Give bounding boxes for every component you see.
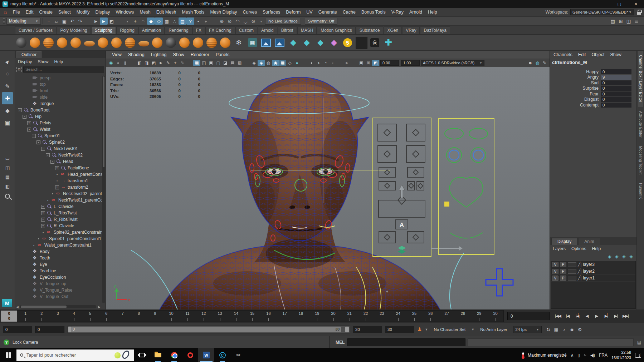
layer-editor-tab[interactable]: Anim: [578, 238, 600, 245]
shelf-tab[interactable]: Sculpting: [91, 26, 116, 34]
viewport-toolbar-icon[interactable]: ◖: [308, 60, 315, 66]
frame-tick[interactable]: 16: [260, 311, 277, 322]
shelf-tab[interactable]: Motion Graphics: [317, 26, 355, 34]
playback-button[interactable]: ▶|: [611, 312, 621, 321]
viewport-toolbar-icon[interactable]: [336, 60, 343, 66]
menu-item[interactable]: Mesh Tools: [179, 10, 207, 15]
layer-row[interactable]: V P ╱| layer1: [551, 275, 635, 282]
viewport-toolbar-icon[interactable]: [186, 60, 193, 66]
toolbar-icon[interactable]: ◡: [241, 18, 249, 25]
menu-item[interactable]: Modify: [74, 10, 93, 15]
viewport-toolbar-icon[interactable]: ►: [343, 60, 351, 66]
viewport-toolbar-icon[interactable]: ●: [293, 60, 301, 66]
playback-option-icon[interactable]: ⚙: [576, 326, 584, 333]
shelf-tool-icon[interactable]: [29, 36, 41, 49]
outliner-search-input[interactable]: [23, 66, 104, 73]
toolbar-icon[interactable]: ◩: [108, 18, 116, 25]
viewport-toolbar-icon[interactable]: +: [172, 60, 179, 66]
frame-tick[interactable]: 12: [196, 311, 212, 322]
toolbar-icon[interactable]: ⊙: [226, 18, 234, 25]
shelf-tool-icon[interactable]: [15, 36, 28, 49]
expand-toggle-icon[interactable]: -: [18, 108, 22, 112]
channel-attribute-row[interactable]: Sad 0: [550, 80, 636, 86]
shelf-tool-icon[interactable]: [273, 36, 286, 49]
menu-item[interactable]: Create: [36, 10, 55, 15]
outliner-item[interactable]: side: [15, 94, 102, 100]
toolbar-icon[interactable]: ⊘: [249, 18, 257, 25]
lock-icon[interactable]: [637, 10, 641, 15]
scroll-left-icon[interactable]: ◀: [16, 305, 19, 309]
menu-item[interactable]: V-Ray: [389, 10, 406, 15]
toolbar-icon[interactable]: ►: [92, 18, 100, 25]
home-icon[interactable]: ⌂: [4, 9, 7, 15]
attribute-value-field[interactable]: 0: [601, 97, 631, 102]
toolbar-icon[interactable]: +: [131, 18, 139, 25]
expand-toggle-icon[interactable]: +: [41, 224, 45, 228]
shelf-tool-icon[interactable]: [205, 36, 218, 49]
outliner-item[interactable]: + L_RibsTwist: [15, 210, 102, 216]
viewport-toolbar-icon[interactable]: [351, 60, 358, 66]
viewport-toolbar-icon[interactable]: ▣: [358, 60, 365, 66]
frame-tick[interactable]: 8: [131, 311, 147, 322]
viewport-toolbar-icon[interactable]: ▣: [208, 60, 215, 66]
endnote-button[interactable]: C: [214, 348, 230, 362]
channel-attribute-row[interactable]: Fear 0: [550, 91, 636, 97]
viewport-menu-item[interactable]: View: [109, 52, 125, 57]
toolbar-icon[interactable]: [116, 18, 123, 25]
range-slider[interactable]: 0 30: [67, 326, 350, 333]
frame-tick[interactable]: 28: [455, 311, 471, 322]
layer-color-swatch[interactable]: [568, 262, 576, 267]
exposure-field[interactable]: 0.00: [380, 60, 399, 66]
viewport-toolbar-icon[interactable]: ◉: [107, 60, 114, 66]
shelf-tool-icon[interactable]: ▦: [246, 36, 259, 49]
layer-name[interactable]: layer2: [583, 269, 595, 274]
colorspace-dropdown[interactable]: ACES 1.0 SDR-video (sRGB)▼: [421, 60, 484, 66]
shelf-tab[interactable]: XGen: [384, 26, 402, 34]
outliner-item[interactable]: - Waist: [15, 126, 102, 133]
menu-item[interactable]: Mesh Display: [207, 10, 240, 15]
toolbar-icon[interactable]: ▫: [45, 18, 53, 25]
task-view-button[interactable]: [134, 348, 150, 362]
character-set-dropdown[interactable]: No Character Set: [431, 326, 468, 333]
minimize-button[interactable]: ─: [595, 0, 611, 8]
layer-color-swatch[interactable]: [568, 276, 576, 281]
tray-expand-icon[interactable]: ∧: [571, 353, 574, 358]
menu-item[interactable]: Select: [55, 10, 74, 15]
tool-icon[interactable]: ◆: [0, 104, 15, 116]
toolbar-icon[interactable]: ◠: [234, 18, 241, 25]
expand-toggle-icon[interactable]: -: [41, 147, 45, 151]
gamma-field[interactable]: 1.00: [401, 60, 420, 66]
viewport-toolbar-icon[interactable]: ◉: [272, 60, 279, 66]
mel-label[interactable]: MEL: [336, 340, 345, 345]
viewport-toolbar-icon[interactable]: ✎: [165, 60, 172, 66]
shelf-tool-icon[interactable]: [355, 36, 367, 49]
viewport-toolbar-icon[interactable]: ◇: [286, 60, 293, 66]
frame-tick[interactable]: 10: [163, 311, 179, 322]
frame-tick[interactable]: 5: [82, 311, 98, 322]
frame-tick[interactable]: 2: [34, 311, 50, 322]
layer-color-swatch[interactable]: [568, 269, 576, 274]
viewport-corner-icon[interactable]: ✎: [541, 60, 548, 66]
shelf-tool-icon[interactable]: [151, 36, 164, 49]
menu-item[interactable]: Edit: [23, 10, 36, 15]
viewport-toolbar-icon[interactable]: ▢: [215, 60, 222, 66]
toolbar-right-icon[interactable]: ≣: [633, 18, 640, 25]
layer-playback-toggle[interactable]: P: [560, 269, 566, 274]
toolbar-icon[interactable]: [210, 18, 218, 25]
viewport-toolbar-icon[interactable]: ◪: [222, 60, 229, 66]
shelf-tab[interactable]: Custom: [235, 26, 257, 34]
frame-tick[interactable]: 4: [66, 311, 82, 322]
viewport-toolbar-icon[interactable]: ◑: [315, 60, 322, 66]
viewport-toolbar-icon[interactable]: ◩: [150, 60, 157, 66]
outliner-item[interactable]: - NeckTwist02: [15, 152, 102, 158]
layer-visibility-toggle[interactable]: V: [552, 276, 558, 281]
layout-preset-icon[interactable]: ▭: [0, 154, 15, 163]
frame-tick[interactable]: 18: [293, 311, 309, 322]
toolbar-icon[interactable]: ↶: [68, 18, 76, 25]
frame-tick[interactable]: 29: [471, 311, 487, 322]
layout-preset-icon[interactable]: ▦: [0, 172, 15, 182]
channel-attribute-row[interactable]: Disgust 0: [550, 97, 636, 103]
shelf-tab[interactable]: FX: [192, 26, 205, 34]
layout-preset-icon[interactable]: ◧: [0, 182, 15, 191]
frame-tick[interactable]: 14: [228, 311, 244, 322]
